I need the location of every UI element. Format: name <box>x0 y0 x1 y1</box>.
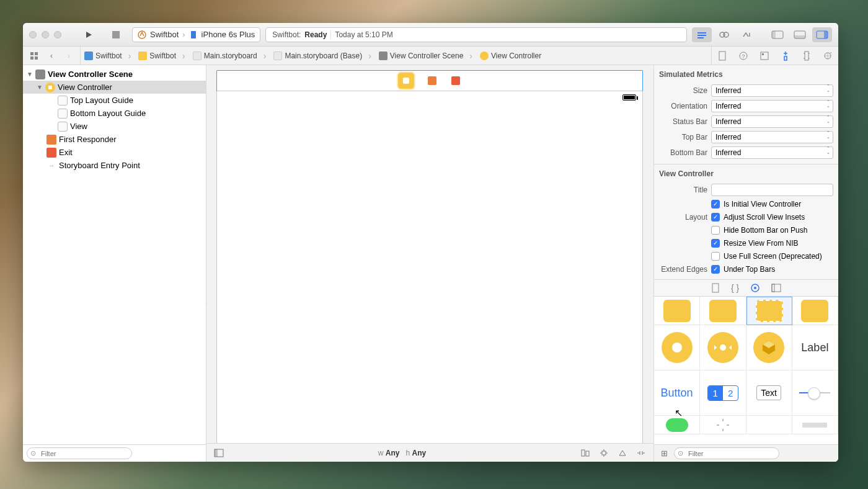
file-template-tab[interactable] <box>711 283 720 293</box>
window-traffic-lights[interactable] <box>29 31 61 38</box>
toggle-debug-button[interactable] <box>790 27 810 42</box>
lib-imageview[interactable] <box>654 325 700 370</box>
size-select[interactable]: Inferred <box>711 84 833 97</box>
outline-filter-input[interactable] <box>27 447 132 459</box>
statusbar-select[interactable]: Inferred <box>711 115 833 128</box>
toggle-navigator-button[interactable] <box>768 27 787 42</box>
lib-scenekit[interactable] <box>746 325 792 370</box>
svg-rect-0 <box>112 31 120 38</box>
lib-activity[interactable] <box>700 416 746 434</box>
outline-viewcontroller[interactable]: ▼ View Controller <box>23 81 206 94</box>
row-label: First Responder <box>59 135 116 144</box>
hide-bottom-checkbox[interactable] <box>711 226 720 235</box>
standard-editor-button[interactable] <box>692 27 712 42</box>
bottombar-select[interactable]: Inferred <box>711 146 833 159</box>
viewcontroller-dock-icon[interactable] <box>398 73 414 89</box>
width-class[interactable]: Any <box>386 449 400 457</box>
toggle-inspector-button[interactable] <box>812 27 832 42</box>
view-controller-view[interactable] <box>216 91 643 443</box>
outline-scene-header[interactable]: ▼ View Controller Scene <box>23 68 206 81</box>
size-inspector-tab[interactable] <box>796 47 817 65</box>
file-inspector-tab[interactable] <box>712 47 733 65</box>
scheme-device-label: iPhone 6s Plus <box>202 30 255 39</box>
back-button[interactable]: ‹ <box>43 47 60 65</box>
resize-button[interactable] <box>634 447 649 459</box>
lib-segmented[interactable]: 12 <box>700 370 746 416</box>
svg-point-34 <box>754 287 756 289</box>
lib-progress[interactable] <box>792 416 838 434</box>
svg-point-37 <box>672 343 682 352</box>
adjust-insets-checkbox[interactable]: ✓ <box>711 213 720 222</box>
toggle-outline-button[interactable] <box>211 447 226 459</box>
lib-collection-reusable[interactable] <box>746 297 792 325</box>
crumb-storyboard[interactable]: Main.storyboard <box>204 52 257 60</box>
lib-unknown-1[interactable] <box>792 297 838 325</box>
svg-rect-17 <box>35 56 38 60</box>
crumb-viewcontroller[interactable]: View Controller <box>491 52 541 60</box>
grid-view-button[interactable]: ⊞ <box>658 449 670 458</box>
lib-button[interactable]: Button <box>654 370 700 416</box>
object-library-tab[interactable] <box>750 283 760 293</box>
svg-rect-4 <box>698 35 706 36</box>
under-top-checkbox[interactable]: ✓ <box>711 265 720 274</box>
crumb-storyboard-base[interactable]: Main.storyboard (Base) <box>285 52 362 60</box>
media-library-tab[interactable] <box>771 284 781 292</box>
canvas-bottom-bar: w Any h Any <box>206 443 653 462</box>
lib-collection-cell[interactable] <box>700 297 746 325</box>
first-responder-dock-icon[interactable] <box>427 75 438 86</box>
connections-inspector-tab[interactable] <box>817 47 838 65</box>
inspector-panel: Simulated Metrics SizeInferred Orientati… <box>654 65 838 462</box>
minimize-dot[interactable] <box>42 31 49 38</box>
fullscreen-checkbox[interactable] <box>711 252 720 261</box>
height-class[interactable]: Any <box>412 449 427 457</box>
outline-first-responder[interactable]: First Responder <box>23 133 206 146</box>
pin-button[interactable] <box>596 447 611 459</box>
lib-blank1[interactable] <box>746 416 792 434</box>
svg-rect-22 <box>762 53 764 55</box>
align-button[interactable] <box>578 447 593 459</box>
inspector-tab-bar: ? <box>711 47 838 65</box>
lib-textfield[interactable]: Text <box>746 370 792 416</box>
assistant-editor-button[interactable] <box>714 27 734 42</box>
titlebar: Swiftbot › iPhone 6s Plus Swiftbot: Read… <box>23 23 838 47</box>
lib-switch[interactable] <box>654 416 700 434</box>
outline-entry-point[interactable]: → Storyboard Entry Point <box>23 159 206 172</box>
close-dot[interactable] <box>29 31 37 38</box>
run-button[interactable] <box>78 27 100 42</box>
title-input[interactable] <box>711 184 833 196</box>
lib-label[interactable]: Label <box>792 325 838 370</box>
resolve-button[interactable] <box>615 447 630 459</box>
crumb-scene[interactable]: View Controller Scene <box>390 52 464 60</box>
svg-rect-29 <box>582 450 585 456</box>
outline-top-layout[interactable]: Top Layout Guide <box>23 94 206 107</box>
topbar-select[interactable]: Inferred <box>711 131 833 143</box>
lib-collection-view[interactable] <box>654 297 700 325</box>
object-library[interactable]: Label Button 12 Text <box>654 297 838 444</box>
outline-bottom-layout[interactable]: Bottom Layout Guide <box>23 107 206 120</box>
outline-exit[interactable]: Exit <box>23 146 206 159</box>
breadcrumb[interactable]: Swiftbot Swiftbot Main.storyboard Main.s… <box>81 47 711 65</box>
version-editor-button[interactable] <box>737 27 756 42</box>
crumb-project[interactable]: Swiftbot <box>95 52 122 60</box>
initial-vc-checkbox[interactable]: ✓ <box>711 200 720 209</box>
identity-inspector-tab[interactable] <box>754 47 775 65</box>
lib-player[interactable] <box>700 325 746 370</box>
attributes-inspector-tab[interactable] <box>775 47 796 65</box>
exit-dock-icon[interactable] <box>450 75 461 86</box>
resize-nib-checkbox[interactable]: ✓ <box>711 239 720 248</box>
view-controller-scene[interactable] <box>216 70 643 443</box>
orientation-select[interactable]: Inferred <box>711 100 833 112</box>
outline-view[interactable]: View <box>23 120 206 133</box>
stop-button[interactable] <box>105 27 127 42</box>
zoom-dot[interactable] <box>54 31 61 38</box>
crumb-folder[interactable]: Swiftbot <box>149 52 176 60</box>
scheme-selector[interactable]: Swiftbot › iPhone 6s Plus <box>132 27 260 42</box>
lib-slider[interactable] <box>792 370 838 416</box>
related-items-button[interactable] <box>25 47 43 65</box>
help-inspector-tab[interactable]: ? <box>733 47 754 65</box>
canvas[interactable]: ▸ <box>206 65 653 443</box>
library-filter-input[interactable] <box>674 447 779 459</box>
code-snippet-tab[interactable]: { } <box>731 283 739 293</box>
forward-button[interactable]: › <box>60 47 78 65</box>
entry-point-arrow[interactable]: ▸ <box>206 292 207 312</box>
